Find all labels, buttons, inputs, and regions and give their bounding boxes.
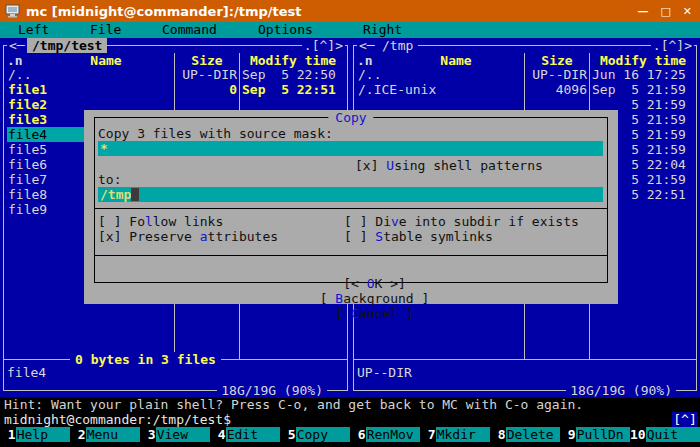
column-header-size[interactable]: Size (175, 53, 239, 68)
fnkey-quit[interactable]: 10Quit (630, 427, 700, 442)
background-button[interactable]: [ Background ] (320, 291, 430, 306)
fnkey-number: 10 (630, 427, 646, 442)
mini-status-separator (354, 359, 696, 360)
fnkey-number: 1 (0, 427, 16, 442)
file-name: file1 (7, 82, 47, 97)
fnkey-label: Menu (86, 427, 140, 442)
fnkey-menu[interactable]: 2Menu (70, 427, 140, 442)
panel-collapse-arrow[interactable]: <─ (357, 38, 377, 53)
fnkey-number: 5 (280, 427, 296, 442)
disk-usage: 18G/19G (90%) (217, 383, 327, 398)
fnkey-label: PullDn (576, 427, 630, 442)
copy-dialog: Copy Copy 3 files with source mask: * [x… (84, 110, 618, 304)
file-name: file6 (7, 157, 47, 172)
fnkey-label: Copy (296, 427, 350, 442)
fnkey-label: Mkdir (436, 427, 490, 442)
fnkey-number: 2 (70, 427, 86, 442)
source-mask-input[interactable]: * (98, 141, 603, 156)
source-mask-label: Copy 3 files with source mask: (98, 126, 333, 141)
dialog-title: Copy (328, 110, 373, 125)
destination-label: to: (98, 172, 121, 187)
menu-item-file[interactable]: File (90, 22, 121, 37)
file-row[interactable]: /..UP--DIRSep 5 22:50 (4, 67, 347, 82)
menu-bar: LeftFileCommandOptionsRight (0, 22, 700, 38)
fnkey-view[interactable]: 3View (140, 427, 210, 442)
follow-links-checkbox[interactable]: [ ] Follow links (98, 214, 223, 229)
file-mtime: Sep 5 22:51 (242, 82, 336, 97)
fnkey-delete[interactable]: 8Delete (490, 427, 560, 442)
dive-into-subdir-checkbox[interactable]: [ ] Dive into subdir if exists (344, 214, 579, 229)
history-badge[interactable]: [^] (672, 412, 698, 427)
terminal-icon (5, 4, 20, 18)
fnkey-edit[interactable]: 4Edit (210, 427, 280, 442)
fnkey-label: Edit (226, 427, 280, 442)
column-header-mtime[interactable]: Modify time (590, 53, 696, 68)
command-line[interactable]: midnight@commander:/tmp/test$ (4, 412, 231, 427)
sort-indicator[interactable]: .n (357, 53, 387, 68)
window-titlebar: mc [midnight@commander]:/tmp/test — □ ✕ (0, 0, 700, 22)
stable-symlinks-checkbox[interactable]: [ ] Stable symlinks (344, 229, 493, 244)
fnkey-number: 9 (560, 427, 576, 442)
file-name: /.ICE-unix (357, 82, 436, 97)
fnkey-copy[interactable]: 5Copy (280, 427, 350, 442)
file-row[interactable]: file10Sep 5 22:51 (4, 82, 347, 97)
mini-status: file4 (7, 365, 46, 380)
fnkey-mkdir[interactable]: 7Mkdir (420, 427, 490, 442)
menu-item-options[interactable]: Options (258, 22, 313, 37)
file-name: file5 (7, 142, 47, 157)
file-mtime: Sep 5 22:50 (242, 67, 336, 82)
hint-line: Hint: Want your plain shell? Press C-o, … (4, 397, 583, 412)
file-size: 0 (175, 82, 237, 97)
file-name: file3 (7, 112, 47, 127)
menu-item-right[interactable]: Right (363, 22, 402, 37)
terminal-window: mc [midnight@commander]:/tmp/test — □ ✕ … (0, 0, 700, 447)
left-panel-path[interactable]: /tmp/test (27, 38, 107, 53)
panel-sort-corner[interactable]: .[^]> (302, 38, 345, 53)
preserve-attributes-checkbox[interactable]: [x] Preserve attributes (98, 229, 278, 244)
function-key-bar: 1Help 2Menu 3View 4Edit 5Copy 6RenMov 7M… (0, 427, 700, 442)
menu-item-left[interactable]: Left (18, 22, 49, 37)
fnkey-help[interactable]: 1Help (0, 427, 70, 442)
mini-status: UP--DIR (357, 365, 412, 380)
fnkey-pulldn[interactable]: 9PullDn (560, 427, 630, 442)
fnkey-label: RenMov (366, 427, 420, 442)
dialog-buttons: [< OK >] [ Background ] [ Cancel ] (84, 261, 618, 336)
column-header-mtime[interactable]: Modify time (240, 53, 346, 68)
file-mtime: Jun 16 17:25 (592, 67, 686, 82)
panel-sort-corner[interactable]: .[^]> (651, 38, 694, 53)
destination-input[interactable]: /tmp (98, 187, 603, 202)
file-row[interactable]: /.ICE-unix4096Sep 5 21:59 (354, 82, 696, 97)
panel-collapse-arrow[interactable]: <─ (7, 38, 27, 53)
close-button[interactable]: ✕ (683, 4, 692, 19)
minimize-button[interactable]: — (637, 4, 648, 19)
column-header-size[interactable]: Size (525, 53, 589, 68)
column-header-name[interactable]: Name (38, 53, 174, 68)
fnkey-number: 6 (350, 427, 366, 442)
fnkey-label: Delete (506, 427, 560, 442)
file-name: file7 (7, 172, 47, 187)
right-panel-path[interactable]: /tmp (377, 38, 418, 53)
fnkey-number: 3 (140, 427, 156, 442)
fnkey-label: Help (16, 427, 70, 442)
fnkey-number: 7 (420, 427, 436, 442)
disk-usage: 18G/19G (90%) (566, 383, 676, 398)
ok-button[interactable]: [< OK >] (343, 276, 406, 291)
sort-indicator[interactable]: .n (7, 53, 37, 68)
fnkey-number: 8 (490, 427, 506, 442)
file-row[interactable]: /..UP--DIRJun 16 17:25 (354, 67, 696, 82)
cancel-button[interactable]: [ Cancel ] (335, 306, 413, 321)
column-header-name[interactable]: Name (388, 53, 524, 68)
fnkey-renmov[interactable]: 6RenMov (350, 427, 420, 442)
shell-patterns-checkbox[interactable]: [x] Using shell patterns (355, 158, 543, 173)
fnkey-label: Quit (646, 427, 700, 442)
selection-summary: 0 bytes in 3 files (70, 352, 221, 367)
window-title: mc [midnight@commander]:/tmp/test (26, 4, 302, 19)
fnkey-label: View (156, 427, 210, 442)
text-cursor (131, 188, 139, 201)
file-name: file9 (7, 202, 47, 217)
menu-item-command[interactable]: Command (162, 22, 217, 37)
file-size: 4096 (525, 82, 587, 97)
file-name: /.. (357, 67, 381, 82)
file-mtime: Sep 5 21:59 (592, 82, 686, 97)
maximize-button[interactable]: □ (660, 4, 670, 19)
